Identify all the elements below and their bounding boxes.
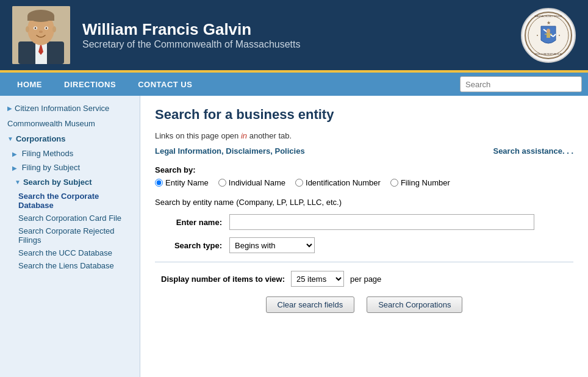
- sidebar-item-search-corporate-db[interactable]: Search the Corporate Database: [0, 190, 140, 212]
- enter-name-row: Enter name:: [155, 214, 573, 230]
- header-text-block: William Francis Galvin Secretary of the …: [82, 20, 521, 50]
- radio-entity-input[interactable]: [155, 179, 163, 187]
- svg-point-11: [46, 27, 48, 29]
- sidebar-item-search-liens[interactable]: Search the Liens Database: [0, 259, 140, 272]
- sidebar-item-search-rejected[interactable]: Search Corporate Rejected Filings: [0, 224, 140, 246]
- sidebar-item-filing-by-subject[interactable]: ▶ Filing by Subject: [0, 160, 140, 174]
- search-by-label: Search by:: [155, 165, 573, 174]
- sidebar-item-commonwealth-museum[interactable]: Commonwealth Museum: [0, 116, 140, 131]
- chevron-right-icon: ▶: [7, 105, 12, 112]
- display-items-row: Display number of items to view: 25 item…: [155, 271, 573, 287]
- per-page-text: per page: [350, 275, 381, 284]
- svg-rect-7: [27, 16, 54, 21]
- svg-rect-23: [547, 33, 550, 38]
- main-content: Search for a business entity Links on th…: [140, 96, 588, 377]
- sidebar: ▶ Citizen Information Service Commonweal…: [0, 96, 140, 377]
- chevron-down-icon: ▼: [7, 135, 13, 142]
- items-per-page-select[interactable]: 25 items 50 items 100 items: [291, 271, 344, 287]
- secretary-title: Secretary of the Commonwealth of Massach…: [82, 39, 521, 50]
- chevron-right-icon-2: ▶: [12, 151, 17, 157]
- svg-text:★: ★: [547, 20, 551, 26]
- portrait-photo: [12, 6, 70, 64]
- entity-name-input[interactable]: [229, 214, 534, 230]
- search-type-select[interactable]: Begins with Contains Exact match: [229, 237, 315, 253]
- enter-name-label: Enter name:: [155, 218, 222, 227]
- nav-directions[interactable]: DIRECTIONS: [53, 73, 127, 96]
- svg-point-10: [35, 27, 37, 29]
- state-seal: ★ SIGILLUM REIPUBLICÆ MASSACHUSETTENSIS: [521, 8, 576, 63]
- svg-point-27: [559, 35, 560, 36]
- search-button[interactable]: Search Corporations: [367, 296, 462, 313]
- search-type-row: Search type: Begins with Contains Exact …: [155, 237, 573, 253]
- section-title: Search by entity name (Company, LP, LLP,…: [155, 197, 573, 207]
- radio-identification-number[interactable]: Identification Number: [295, 178, 381, 187]
- svg-point-13: [26, 26, 29, 32]
- sidebar-item-search-ucc[interactable]: Search the UCC Database: [0, 246, 140, 259]
- links-row: Legal Information, Disclaimers, Policies…: [155, 146, 573, 156]
- search-type-label: Search type:: [155, 241, 222, 250]
- button-row: Clear search fields Search Corporations: [155, 296, 573, 313]
- nav-contact[interactable]: CONTACT US: [127, 73, 203, 96]
- sidebar-item-search-corp-card[interactable]: Search Corporation Card File: [0, 212, 140, 224]
- page-title: Search for a business entity: [155, 107, 573, 123]
- search-input[interactable]: [460, 76, 582, 92]
- secretary-name: William Francis Galvin: [82, 20, 521, 39]
- display-items-label: Display number of items to view:: [161, 275, 285, 284]
- chevron-down-icon-2: ▼: [15, 179, 21, 185]
- main-layout: ▶ Citizen Information Service Commonweal…: [0, 96, 588, 377]
- radio-group: Entity Name Individual Name Identificati…: [155, 178, 573, 187]
- sidebar-item-corporations[interactable]: ▼ Corporations: [0, 131, 140, 146]
- svg-point-22: [547, 29, 550, 34]
- radio-filing-number[interactable]: Filing Number: [390, 178, 450, 187]
- info-text: Links on this page open in another tab.: [155, 131, 573, 140]
- sidebar-item-search-by-subject[interactable]: ▼ Search by Subject: [0, 174, 140, 190]
- nav-search-container: [460, 76, 582, 92]
- in-link-text: in: [241, 131, 247, 140]
- clear-button[interactable]: Clear search fields: [266, 296, 355, 313]
- radio-id-input[interactable]: [295, 179, 303, 187]
- svg-point-26: [537, 35, 538, 36]
- radio-individual-name[interactable]: Individual Name: [218, 178, 285, 187]
- assistance-link[interactable]: Search assistance. . .: [493, 146, 573, 156]
- svg-text:MASSACHUSETTENSIS: MASSACHUSETTENSIS: [535, 15, 562, 18]
- divider: [155, 262, 573, 262]
- svg-point-12: [39, 31, 43, 33]
- sidebar-item-filing-methods[interactable]: ▶ Filing Methods: [0, 146, 140, 160]
- radio-entity-name[interactable]: Entity Name: [155, 178, 209, 187]
- navigation-bar: HOME DIRECTIONS CONTACT US: [0, 73, 588, 96]
- chevron-right-icon-3: ▶: [12, 165, 17, 171]
- page-header: William Francis Galvin Secretary of the …: [0, 0, 588, 70]
- radio-individual-input[interactable]: [218, 179, 226, 187]
- nav-home[interactable]: HOME: [6, 73, 53, 96]
- radio-filing-input[interactable]: [390, 179, 398, 187]
- sidebar-item-citizen-info[interactable]: ▶ Citizen Information Service: [0, 101, 140, 116]
- legal-link[interactable]: Legal Information, Disclaimers, Policies: [155, 146, 305, 156]
- svg-point-14: [52, 26, 56, 32]
- svg-text:SIGILLUM REIPUBLICÆ: SIGILLUM REIPUBLICÆ: [535, 52, 562, 56]
